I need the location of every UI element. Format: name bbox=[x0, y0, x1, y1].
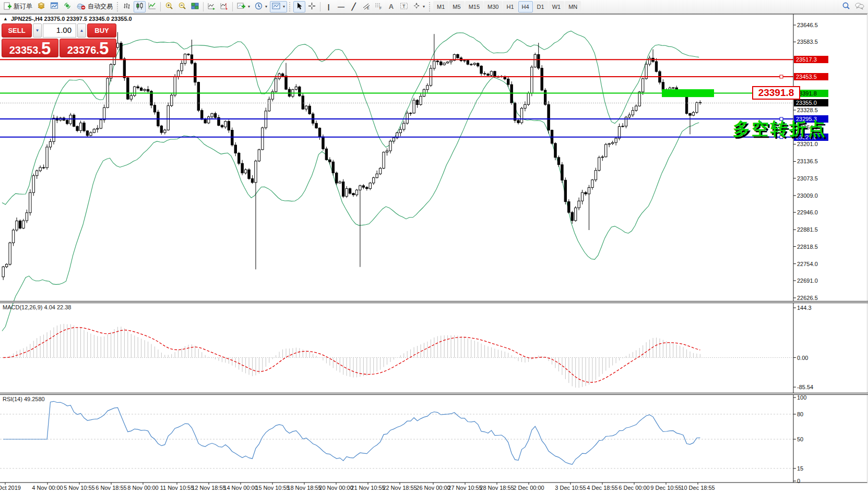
price-axis-label: 23646.5 bbox=[797, 22, 818, 28]
tile-windows-button[interactable] bbox=[189, 1, 201, 13]
timeframe-H4[interactable]: H4 bbox=[518, 1, 533, 13]
cursor-button[interactable] bbox=[293, 1, 305, 13]
macd-axis-label: 0.00 bbox=[797, 355, 808, 361]
navigator-button[interactable] bbox=[61, 1, 74, 13]
data-window-button[interactable] bbox=[48, 1, 61, 13]
price-axis-label: 23009.0 bbox=[797, 193, 818, 199]
horizontal-line-tool[interactable]: — bbox=[335, 1, 347, 13]
market-watch-button[interactable] bbox=[35, 1, 47, 13]
dropdown-caret-icon: ▾ bbox=[248, 4, 250, 9]
price-axis-label: 22881.5 bbox=[797, 227, 818, 233]
price-axis-label: 23073.5 bbox=[797, 176, 818, 182]
macd-panel-splitter[interactable] bbox=[0, 301, 868, 303]
price-axis-label: 22626.5 bbox=[797, 295, 818, 301]
hline-price-tag: 23517.3 bbox=[794, 56, 828, 63]
zoom-out-button[interactable] bbox=[176, 1, 188, 13]
bar-chart-button[interactable] bbox=[121, 1, 133, 13]
time-axis-label: 2 Dec 00:00 bbox=[513, 485, 544, 491]
time-axis-label: 22 Nov 18:55 bbox=[383, 485, 417, 491]
new-order-icon bbox=[4, 2, 11, 11]
svg-text:F: F bbox=[379, 6, 382, 10]
turning-point-annotation[interactable]: 多空转折点 bbox=[733, 117, 827, 141]
rsi-axis-label: 50 bbox=[797, 437, 803, 442]
candlestick-chart-icon bbox=[136, 2, 144, 11]
time-axis-label: 28 Nov 18:55 bbox=[480, 485, 514, 491]
label-icon: T bbox=[400, 2, 408, 11]
auto-scroll-button[interactable] bbox=[206, 1, 218, 13]
data-window-icon bbox=[50, 2, 58, 11]
timeframe-W1[interactable]: W1 bbox=[549, 1, 565, 13]
line-chart-button[interactable] bbox=[146, 1, 158, 13]
period-button[interactable]: ▾ bbox=[253, 1, 269, 13]
time-axis-label: 9 Dec 10:55 bbox=[650, 485, 681, 491]
sell-price-display[interactable]: 23353.5 bbox=[2, 39, 58, 57]
toolbar-separator bbox=[232, 2, 233, 11]
price-chart-canvas[interactable] bbox=[0, 0, 868, 494]
trendline-icon: ╱ bbox=[352, 3, 356, 10]
text-icon: A bbox=[389, 3, 394, 10]
one-click-trading-panel: SELL ▼ 1.00 ▲ BUY 23353.5 23376.5 bbox=[2, 23, 116, 57]
volume-input[interactable]: 1.00 bbox=[43, 23, 76, 38]
sell-price-pips: 5 bbox=[41, 41, 51, 56]
price-axis-label: 22946.0 bbox=[797, 210, 818, 215]
chat-button[interactable] bbox=[853, 1, 866, 13]
autotrade-button[interactable]: 自动交易 bbox=[74, 1, 115, 13]
timeframe-group: M1M5M15M30H1H4D1W1MN bbox=[433, 1, 581, 13]
new-chart-button[interactable]: ▾ bbox=[235, 1, 252, 13]
navigator-icon bbox=[63, 2, 72, 11]
price-axis-label: 23328.5 bbox=[797, 107, 818, 113]
toolbar: 新订单 自动交易 bbox=[0, 0, 868, 14]
timeframe-MN[interactable]: MN bbox=[565, 1, 581, 13]
timeframe-M5[interactable]: M5 bbox=[449, 1, 464, 13]
channel-tool[interactable]: E bbox=[360, 1, 372, 13]
dropdown-caret-icon: ▾ bbox=[283, 4, 285, 9]
toolbar-grip bbox=[117, 2, 119, 11]
timeframe-M30[interactable]: M30 bbox=[484, 1, 502, 13]
timeframe-D1[interactable]: D1 bbox=[533, 1, 548, 13]
fibonacci-icon: F bbox=[375, 2, 383, 11]
templates-button[interactable]: ▾ bbox=[270, 1, 287, 13]
line-chart-icon bbox=[148, 2, 156, 11]
time-axis-label: 12 Nov 18:55 bbox=[192, 485, 225, 491]
toolbar-separator bbox=[203, 2, 204, 11]
arrows-tool[interactable]: ▾ bbox=[411, 1, 427, 13]
label-tool[interactable]: T bbox=[398, 1, 410, 13]
timeframe-H1[interactable]: H1 bbox=[503, 1, 517, 13]
cursor-arrow-icon bbox=[296, 2, 303, 11]
time-axis-label: 6 Dec 00:00 bbox=[619, 485, 649, 491]
buy-price-display[interactable]: 23376.5 bbox=[60, 39, 116, 57]
chart-shift-button[interactable] bbox=[218, 1, 230, 13]
candlestick-chart-button[interactable] bbox=[134, 1, 146, 13]
zoom-in-icon bbox=[165, 2, 173, 11]
trendline-tool[interactable]: ╱ bbox=[348, 1, 360, 13]
sell-button[interactable]: SELL bbox=[2, 23, 32, 38]
volume-decrease-button[interactable]: ▼ bbox=[33, 23, 42, 38]
buy-price-pips: 5 bbox=[99, 41, 109, 56]
fibonacci-tool[interactable]: F bbox=[373, 1, 385, 13]
volume-increase-button[interactable]: ▲ bbox=[77, 23, 86, 38]
template-icon bbox=[272, 2, 280, 11]
time-axis-label: 10 Dec 18:55 bbox=[681, 485, 715, 491]
search-button[interactable] bbox=[840, 1, 852, 13]
price-axis-label: 23201.0 bbox=[797, 141, 818, 147]
toolbar-separator bbox=[160, 2, 161, 11]
crosshair-button[interactable] bbox=[306, 1, 318, 13]
svg-text:E: E bbox=[367, 6, 370, 10]
collapse-panel-icon[interactable]: ▲ bbox=[3, 16, 8, 21]
price-callout-label[interactable]: 23391.8 bbox=[752, 86, 800, 100]
buy-button[interactable]: BUY bbox=[87, 23, 116, 38]
macd-axis-label: -85.54 bbox=[797, 384, 813, 390]
timeframe-M15[interactable]: M15 bbox=[465, 1, 483, 13]
vertical-line-tool[interactable]: | bbox=[323, 1, 335, 13]
zoom-in-button[interactable] bbox=[163, 1, 175, 13]
time-axis-label: 5 Nov 10:55 bbox=[64, 485, 94, 491]
text-tool[interactable]: A bbox=[385, 1, 397, 13]
timeframe-M1[interactable]: M1 bbox=[433, 1, 448, 13]
rsi-indicator-label: RSI(14) 49.2580 bbox=[3, 396, 45, 402]
new-order-label: 新订单 bbox=[14, 2, 32, 11]
new-order-button[interactable]: 新订单 bbox=[2, 1, 34, 13]
macd-axis-label: 144.3 bbox=[797, 305, 812, 311]
zoom-out-icon bbox=[178, 2, 186, 11]
rsi-panel-splitter[interactable] bbox=[0, 393, 868, 395]
chart-symbol-title: ▲ JPN225-,H4 23375.0 23397.5 23345.0 233… bbox=[3, 16, 132, 22]
